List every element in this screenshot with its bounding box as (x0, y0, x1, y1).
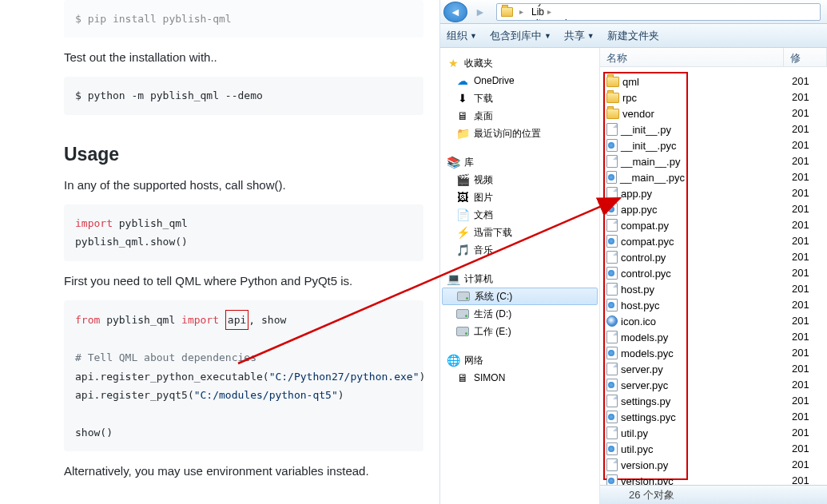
file-row[interactable]: __init__.pyc (605, 137, 686, 153)
explorer-sidebar: ★收藏夹 ☁OneDrive⬇下载🖥桌面📁最近访问的位置 📚库 🎬视频🖼图片📄文… (440, 48, 600, 504)
env-paragraph: Alternatively, you may use environment v… (64, 464, 423, 478)
sidebar-drive-item[interactable]: 生活 (D:) (440, 305, 599, 323)
file-row[interactable]: compat.py (605, 217, 686, 233)
file-date: 201 (688, 297, 827, 313)
pyc-file-icon (606, 171, 617, 184)
sidebar-library-item[interactable]: 📄文档 (440, 206, 599, 224)
network-group[interactable]: 🌐网络 (440, 351, 599, 369)
pyc-file-icon (606, 235, 618, 248)
drive-icon (456, 327, 469, 336)
py-file-icon (606, 123, 618, 136)
file-date: 201 (688, 441, 827, 457)
file-row[interactable]: app.py (605, 185, 686, 201)
nav-forward-button[interactable]: ► (469, 2, 491, 22)
file-row[interactable]: __init__.py (605, 121, 686, 137)
libraries-group[interactable]: 📚库 (440, 153, 599, 171)
file-row[interactable]: models.py (605, 329, 686, 345)
explorer-toolbar: 组织 ▼ 包含到库中 ▼ 共享 ▼ 新建文件夹 (440, 24, 827, 48)
file-date: 201 (688, 233, 827, 249)
file-row[interactable]: server.py (605, 361, 686, 377)
file-date: 201 (688, 345, 827, 361)
file-date: 201 (688, 329, 827, 345)
organize-button[interactable]: 组织 ▼ (447, 29, 477, 43)
drive-icon (456, 309, 469, 319)
drive-icon (457, 292, 470, 301)
share-button[interactable]: 共享 ▼ (564, 29, 594, 43)
file-row[interactable]: __main__.py (605, 153, 686, 169)
sidebar-favorite-item[interactable]: ☁OneDrive (440, 72, 599, 89)
file-date: 201 (688, 89, 827, 105)
documentation-pane: $ pip install pyblish-qml Test out the i… (0, 0, 439, 504)
sidebar-network-item[interactable]: 🖥SIMON (440, 369, 599, 387)
desktop-icon: 🖥 (456, 109, 469, 122)
file-date: 201 (688, 153, 827, 169)
document-icon: 📄 (456, 208, 469, 221)
file-list: qmlrpcvendor__init__.py__init__.pyc__mai… (603, 72, 688, 480)
sidebar-library-item[interactable]: 🎵音乐 (440, 241, 599, 259)
pyc-file-icon (606, 347, 618, 359)
usage-heading: Usage (64, 144, 423, 165)
sidebar-favorite-item[interactable]: 🖥桌面 (440, 107, 599, 125)
file-row[interactable]: control.py (605, 249, 686, 265)
computer-icon: 💻 (447, 272, 459, 285)
file-row[interactable]: host.pyc (605, 297, 686, 313)
favorites-group[interactable]: ★收藏夹 (440, 54, 599, 72)
picture-icon: 🖼 (456, 191, 469, 204)
new-folder-button[interactable]: 新建文件夹 (607, 29, 659, 43)
thunder-icon: ⚡ (456, 226, 469, 239)
py-file-icon (606, 219, 618, 232)
col-name: 名称 (600, 48, 784, 66)
breadcrumb-segment[interactable]: Lib▸ (527, 6, 602, 18)
star-icon: ★ (447, 57, 459, 69)
file-date: 201 (688, 361, 827, 377)
file-row[interactable]: util.py (605, 425, 686, 441)
column-headers[interactable]: 名称 修 (600, 48, 827, 67)
sidebar-library-item[interactable]: 🎬视频 (440, 171, 599, 189)
py-file-icon (606, 363, 618, 375)
file-row[interactable]: icon.ico (605, 313, 686, 329)
pyc-file-icon (606, 379, 618, 391)
nav-back-button[interactable]: ◄ (443, 2, 467, 22)
file-area: 名称 修 qmlrpcvendor__init__.py__init__.pyc… (600, 48, 827, 504)
recent-icon: 📁 (456, 127, 469, 140)
file-row[interactable]: version.pyc (605, 473, 686, 485)
file-date: 201 (688, 73, 827, 89)
sidebar-library-item[interactable]: 🖼图片 (440, 189, 599, 206)
col-modified: 修 (784, 48, 827, 66)
sidebar-drive-item[interactable]: 工作 (E:) (440, 323, 599, 340)
py-file-icon (606, 251, 618, 264)
py-file-icon (606, 283, 618, 296)
file-date: 201 (688, 217, 827, 233)
folder-icon (606, 77, 619, 87)
file-row[interactable]: qml (605, 73, 686, 89)
file-row[interactable]: server.pyc (605, 377, 686, 393)
sidebar-favorite-item[interactable]: 📁最近访问的位置 (440, 125, 599, 142)
file-row[interactable]: version.py (605, 457, 686, 473)
breadcrumb-segment[interactable]: site-packages▸ (527, 18, 602, 21)
py-file-icon (606, 187, 618, 200)
sidebar-library-item[interactable]: ⚡迅雷下载 (440, 224, 599, 241)
file-row[interactable]: compat.pyc (605, 233, 686, 249)
file-row[interactable]: rpc (605, 89, 686, 105)
file-date: 201 (688, 137, 827, 153)
file-row[interactable]: models.pyc (605, 345, 686, 361)
file-row[interactable]: control.pyc (605, 265, 686, 281)
file-date: 201 (688, 201, 827, 217)
file-date: 201 (688, 473, 827, 485)
file-row[interactable]: util.pyc (605, 441, 686, 457)
pyc-file-icon (606, 299, 618, 312)
file-date: 201 (688, 265, 827, 281)
file-row[interactable]: app.pyc (605, 201, 686, 217)
breadcrumb[interactable]: ▸ Maya2018▸Python▸Lib▸site-packages▸pybl… (496, 3, 821, 21)
sidebar-favorite-item[interactable]: ⬇下载 (440, 89, 599, 107)
include-button[interactable]: 包含到库中 ▼ (490, 29, 551, 43)
code-show: import pyblish_qml pyblish_qml.show() (64, 204, 423, 261)
file-row[interactable]: __main__.pyc (605, 169, 686, 185)
sidebar-drive-item[interactable]: 系统 (C:) (442, 288, 598, 305)
computer-group[interactable]: 💻计算机 (440, 270, 599, 288)
file-row[interactable]: settings.pyc (605, 409, 686, 425)
file-row[interactable]: host.py (605, 281, 686, 297)
file-row[interactable]: settings.py (605, 393, 686, 409)
file-row[interactable]: vendor (605, 105, 686, 121)
code-api: from pyblish_qml import api, show # Tell… (64, 300, 423, 452)
